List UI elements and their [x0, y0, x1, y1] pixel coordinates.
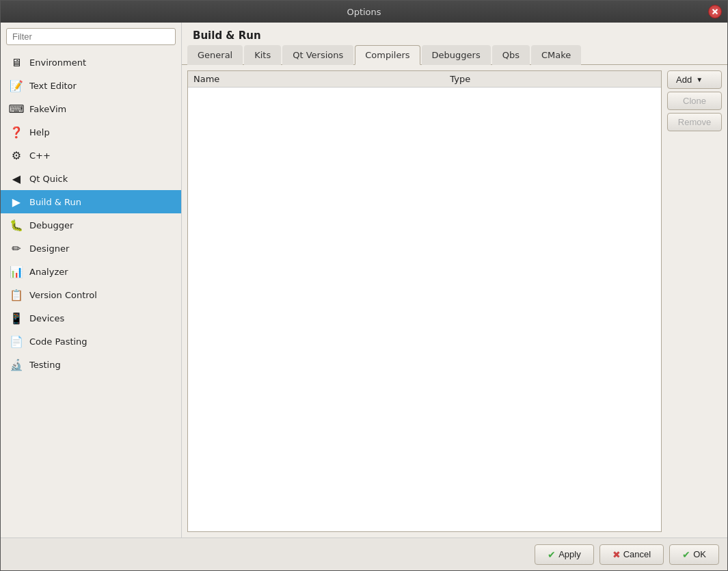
sidebar-label-analyzer: Analyzer — [29, 267, 68, 277]
ok-check-icon: ✔ — [682, 549, 690, 560]
main-window: Options 🖥Environment📝Text Editor⌨FakeVim… — [0, 0, 728, 571]
sidebar-item-testing[interactable]: 🔬Testing — [1, 353, 181, 376]
sidebar-item-build-run[interactable]: ▶Build & Run — [1, 190, 181, 213]
compiler-table-wrap[interactable]: Name Type — [187, 70, 662, 532]
add-dropdown-arrow: ▼ — [696, 76, 703, 83]
tab-debuggers[interactable]: Debuggers — [422, 45, 491, 65]
sidebar-label-environment: Environment — [29, 57, 86, 68]
designer-icon: ✏ — [9, 241, 24, 256]
devices-icon: 📱 — [9, 310, 24, 326]
tab-kits[interactable]: Kits — [244, 45, 281, 65]
window-title: Options — [347, 7, 381, 17]
tab-cmake[interactable]: CMake — [531, 45, 581, 65]
sidebar-item-debugger[interactable]: 🐛Debugger — [1, 213, 181, 237]
main-area: Build & Run GeneralKitsQt VersionsCompil… — [182, 23, 727, 537]
sidebar-label-cpp: C++ — [29, 150, 51, 161]
help-icon: ❓ — [9, 124, 24, 140]
tab-qbs[interactable]: Qbs — [492, 45, 530, 65]
text-editor-icon: 📝 — [9, 78, 24, 93]
cancel-button[interactable]: ✖ Cancel — [599, 544, 664, 565]
cpp-icon: ⚙ — [9, 148, 24, 163]
bottom-bar: ✔ Apply ✖ Cancel ✔ OK — [1, 537, 727, 570]
sidebar-items: 🖥Environment📝Text Editor⌨FakeVim❓Help⚙C+… — [1, 51, 181, 537]
sidebar-label-help: Help — [29, 127, 50, 137]
apply-check-icon: ✔ — [548, 549, 556, 560]
cancel-x-icon: ✖ — [612, 549, 621, 560]
sidebar-label-designer: Designer — [29, 243, 69, 254]
clone-button[interactable]: Clone — [667, 92, 722, 110]
sidebar-label-qtquick: Qt Quick — [29, 174, 68, 184]
sidebar-item-cpp[interactable]: ⚙C++ — [1, 144, 181, 167]
content-area: 🖥Environment📝Text Editor⌨FakeVim❓Help⚙C+… — [1, 23, 727, 537]
sidebar-item-help[interactable]: ❓Help — [1, 120, 181, 144]
sidebar-label-text-editor: Text Editor — [29, 81, 77, 91]
code-pasting-icon: 📄 — [9, 334, 24, 349]
titlebar: Options — [1, 1, 727, 23]
add-button[interactable]: Add ▼ — [667, 70, 722, 89]
environment-icon: 🖥 — [9, 55, 24, 70]
build-run-icon: ▶ — [9, 194, 24, 209]
sidebar-item-qtquick[interactable]: ◀Qt Quick — [1, 167, 181, 190]
remove-button[interactable]: Remove — [667, 113, 722, 131]
compilers-panel: Name Type Add ▼ Clone — [182, 65, 727, 537]
sidebar-item-environment[interactable]: 🖥Environment — [1, 51, 181, 74]
fakevim-icon: ⌨ — [9, 101, 24, 116]
sidebar-label-debugger: Debugger — [29, 220, 73, 230]
sidebar-item-version-control[interactable]: 📋Version Control — [1, 283, 181, 306]
sidebar-item-designer[interactable]: ✏Designer — [1, 237, 181, 260]
tab-general[interactable]: General — [187, 45, 243, 65]
sidebar-item-text-editor[interactable]: 📝Text Editor — [1, 74, 181, 97]
version-control-icon: 📋 — [9, 287, 24, 302]
sidebar-label-devices: Devices — [29, 313, 64, 323]
sidebar-label-testing: Testing — [29, 360, 61, 370]
compiler-table: Name Type — [188, 71, 661, 88]
tab-qt-versions[interactable]: Qt Versions — [282, 45, 353, 65]
main-header: Build & Run — [182, 23, 727, 44]
sidebar-label-code-pasting: Code Pasting — [29, 336, 87, 347]
sidebar-label-build-run: Build & Run — [29, 197, 81, 207]
close-button[interactable] — [708, 5, 722, 18]
qtquick-icon: ◀ — [9, 171, 24, 186]
tabs-bar: GeneralKitsQt VersionsCompilersDebuggers… — [182, 44, 727, 65]
analyzer-icon: 📊 — [9, 264, 24, 279]
sidebar-item-devices[interactable]: 📱Devices — [1, 306, 181, 330]
sidebar-label-version-control: Version Control — [29, 290, 97, 300]
action-buttons: Add ▼ Clone Remove — [667, 70, 722, 532]
tab-compilers[interactable]: Compilers — [355, 45, 420, 65]
debugger-icon: 🐛 — [9, 217, 24, 233]
sidebar-item-fakevim[interactable]: ⌨FakeVim — [1, 97, 181, 120]
page-title: Build & Run — [193, 29, 261, 42]
apply-button[interactable]: ✔ Apply — [535, 544, 594, 565]
testing-icon: 🔬 — [9, 357, 24, 372]
sidebar-item-analyzer[interactable]: 📊Analyzer — [1, 260, 181, 283]
sidebar: 🖥Environment📝Text Editor⌨FakeVim❓Help⚙C+… — [1, 23, 182, 537]
sidebar-label-fakevim: FakeVim — [29, 104, 66, 114]
ok-button[interactable]: ✔ OK — [669, 544, 719, 565]
col-name: Name — [188, 71, 444, 88]
sidebar-item-code-pasting[interactable]: 📄Code Pasting — [1, 330, 181, 353]
filter-input[interactable] — [6, 28, 176, 45]
col-type: Type — [444, 71, 661, 88]
filter-box — [1, 23, 181, 51]
